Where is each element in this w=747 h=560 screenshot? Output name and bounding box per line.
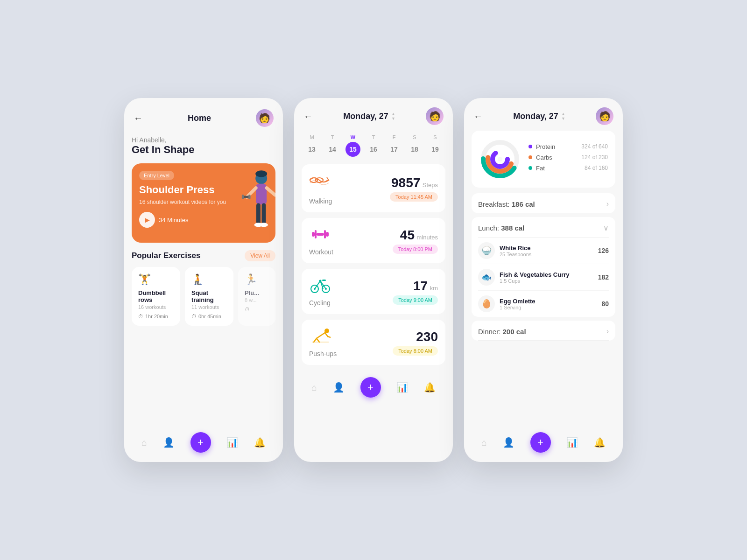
food-calories: 80 <box>601 300 609 308</box>
activity-value: 45 minutes Today 8:00 PM <box>339 228 438 254</box>
food-name: Fish & Vegetables Curry <box>500 271 570 278</box>
bell-nav-icon[interactable]: 🔔 <box>424 382 436 393</box>
back-button[interactable]: ← <box>134 113 143 124</box>
play-button[interactable]: ▶ <box>139 212 155 228</box>
add-button[interactable]: + <box>530 432 551 453</box>
back-button[interactable]: ← <box>303 111 313 122</box>
activity-card-workout[interactable]: Workout 45 minutes Today 8:00 PM <box>302 218 445 263</box>
bell-nav-icon[interactable]: 🔔 <box>594 437 606 448</box>
food-name: White Rice <box>500 245 531 252</box>
bottom-nav: ⌂ 👤 + 📊 🔔 <box>464 426 623 462</box>
day-item[interactable]: M 13 <box>304 134 319 157</box>
egg-icon: 🥚 <box>478 295 495 312</box>
protein-label: Protein <box>536 143 578 150</box>
macro-list: Protein 324 of 640 Carbs 124 of 230 Fat … <box>529 143 608 175</box>
bell-nav-icon[interactable]: 🔔 <box>254 437 266 448</box>
add-button[interactable]: + <box>190 432 211 453</box>
view-all-button[interactable]: View All <box>245 250 275 261</box>
carbs-value: 124 of 230 <box>581 154 608 161</box>
exercise-name: Squat training <box>191 289 227 303</box>
bottom-nav: ⌂ 👤 + 📊 🔔 <box>294 371 453 407</box>
rice-icon: 🍚 <box>478 242 495 259</box>
activity-value: 9857 Steps Today 11:45 AM <box>338 175 438 202</box>
lunch-header[interactable]: Lunch: 388 cal ∨ <box>478 217 609 238</box>
avatar[interactable]: 🧑 <box>426 107 444 125</box>
phone-activity: ← Monday, 27 ▲▼ 🧑 M 13 T 14 W 15 T 16 <box>294 98 453 462</box>
exercise-count: 16 workouts <box>138 304 174 310</box>
hero-card[interactable]: Entry Level Shoulder Press 16 shoulder w… <box>132 163 275 243</box>
activity-card-walking[interactable]: Walking 9857 Steps Today 11:45 AM <box>302 164 445 212</box>
food-amount: 25 Teaspoons <box>500 252 531 257</box>
svg-rect-14 <box>312 232 315 237</box>
collapse-icon[interactable]: ∨ <box>603 224 609 232</box>
svg-line-8 <box>267 188 275 195</box>
pushups-icon <box>309 327 331 348</box>
phone-home: ← Home 🧑 Hi Anabelle, Get In Shape Entry… <box>124 98 283 462</box>
expand-icon[interactable]: › <box>606 200 609 208</box>
page-title: Home <box>188 113 211 123</box>
exercise-card[interactable]: 🧎 Squat training 11 workouts ⏱ 0hr 45min <box>185 267 233 326</box>
svg-rect-4 <box>262 203 266 224</box>
section-title: Popular Exercises <box>132 251 200 260</box>
day-item[interactable]: S 18 <box>407 134 422 157</box>
phone1-header: ← Home 🧑 <box>124 98 283 133</box>
protein-dot <box>529 145 532 148</box>
fat-dot <box>529 166 532 170</box>
food-amount: 1 Serving <box>500 305 536 310</box>
chart-nav-icon[interactable]: 📊 <box>566 437 578 448</box>
add-button[interactable]: + <box>360 377 381 398</box>
back-button[interactable]: ← <box>473 111 483 122</box>
activity-card-pushups[interactable]: Push-ups 230 Today 8:00 AM <box>302 320 445 365</box>
day-item-active[interactable]: W 15 <box>345 134 360 157</box>
donut-chart <box>479 138 521 180</box>
date-arrows[interactable]: ▲▼ <box>391 112 395 121</box>
profile-nav-icon[interactable]: 👤 <box>333 382 345 393</box>
expand-icon[interactable]: › <box>606 327 609 336</box>
food-name: Egg Omlette <box>500 298 536 305</box>
avatar[interactable]: 🧑 <box>596 107 613 125</box>
macro-fat: Fat 84 of 160 <box>529 165 608 172</box>
dinner-header[interactable]: Dinner: 200 cal › <box>478 321 609 341</box>
activity-badge: Today 8:00 AM <box>393 346 438 356</box>
svg-rect-11 <box>248 195 250 199</box>
protein-value: 324 of 640 <box>581 143 608 150</box>
exercise-card[interactable]: 🏃 Plu... 8 w... ⏱ <box>238 267 275 326</box>
day-item[interactable]: T 14 <box>325 134 340 157</box>
activity-value: 17 km Today 9:00 AM <box>337 279 438 305</box>
day-item[interactable]: S 19 <box>428 134 443 157</box>
chart-nav-icon[interactable]: 📊 <box>396 382 408 393</box>
home-nav-icon[interactable]: ⌂ <box>141 437 147 448</box>
home-nav-icon[interactable]: ⌂ <box>481 437 487 448</box>
svg-rect-16 <box>315 230 317 238</box>
greeting-hi: Hi Anabelle, <box>132 136 275 144</box>
activity-card-cycling[interactable]: Cycling 17 km Today 9:00 AM <box>302 269 445 314</box>
macro-carbs: Carbs 124 of 230 <box>529 154 608 161</box>
exercise-count: 11 workouts <box>191 304 227 310</box>
day-item[interactable]: F 17 <box>387 134 402 157</box>
avatar[interactable]: 🧑 <box>256 109 274 127</box>
date-arrows[interactable]: ▲▼ <box>561 112 565 121</box>
home-nav-icon[interactable]: ⌂ <box>311 382 317 393</box>
hero-figure <box>230 163 275 243</box>
activity-badge: Today 9:00 AM <box>393 295 438 305</box>
macro-protein: Protein 324 of 640 <box>529 143 608 150</box>
workout-icon <box>309 225 331 246</box>
dumbbell-icon: 🏋️ <box>138 273 174 286</box>
svg-rect-10 <box>242 195 244 199</box>
profile-nav-icon[interactable]: 👤 <box>503 437 514 448</box>
breakfast-header[interactable]: Breakfast: 186 cal › <box>478 193 609 213</box>
chart-nav-icon[interactable]: 📊 <box>226 437 238 448</box>
breakfast-title: Breakfast: 186 cal <box>478 200 535 208</box>
svg-rect-2 <box>256 184 267 204</box>
meals-section: Breakfast: 186 cal › Lunch: 388 cal ∨ 🍚 <box>472 193 615 344</box>
exercise-card[interactable]: 🏋️ Dumbbell rows 16 workouts ⏱ 1hr 20min <box>132 267 180 326</box>
exercise-time: ⏱ <box>245 307 269 312</box>
svg-rect-17 <box>324 230 326 238</box>
bottom-nav: ⌂ 👤 + 📊 🔔 <box>124 426 283 462</box>
plunge-icon: 🏃 <box>245 273 269 286</box>
phone3-header: ← Monday, 27 ▲▼ 🧑 <box>464 98 623 131</box>
day-item[interactable]: T 16 <box>366 134 381 157</box>
profile-nav-icon[interactable]: 👤 <box>163 437 175 448</box>
food-calories: 182 <box>598 273 609 281</box>
activity-label: Walking <box>309 197 332 205</box>
